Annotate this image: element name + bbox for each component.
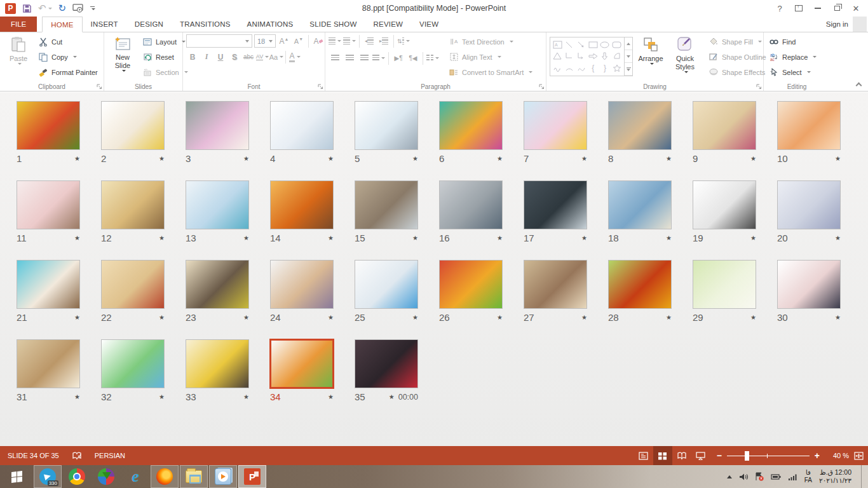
zoom-slider-thumb[interactable] (745, 451, 749, 461)
shape-triangle-icon[interactable] (552, 50, 564, 62)
close-button[interactable]: ✕ (848, 2, 864, 15)
slide-thumbnail-5[interactable] (355, 101, 418, 150)
transition-star-icon[interactable]: ★ (159, 155, 165, 162)
zoom-in-button[interactable]: + (815, 451, 820, 461)
transition-star-icon[interactable]: ★ (328, 155, 334, 162)
transition-star-icon[interactable]: ★ (159, 234, 165, 241)
convert-to-smartart-button[interactable]: Convert to SmartArt (447, 65, 534, 79)
slide-thumbnail-18[interactable] (608, 180, 672, 229)
decrease-font-size-button[interactable]: A▼ (292, 34, 305, 48)
slide-thumbnail-23[interactable] (186, 260, 249, 309)
shape-right-arrow-icon[interactable] (587, 50, 599, 62)
slide-thumbnail-4[interactable] (270, 101, 334, 150)
transition-star-icon[interactable]: ★ (666, 314, 672, 321)
shape-arrow-icon[interactable] (575, 39, 587, 50)
tab-slideshow[interactable]: SLIDE SHOW (301, 17, 365, 32)
transition-star-icon[interactable]: ★ (328, 393, 334, 400)
transition-star-icon[interactable]: ★ (74, 393, 80, 400)
transition-star-icon[interactable]: ★ (750, 314, 756, 321)
transition-star-icon[interactable]: ★ (581, 314, 587, 321)
taskbar-firefox-button[interactable] (151, 465, 179, 488)
character-spacing-button[interactable]: AV (256, 50, 269, 64)
slide-thumbnail-17[interactable] (524, 180, 587, 229)
shape-star-icon[interactable] (611, 62, 623, 74)
save-button[interactable] (22, 4, 32, 13)
shape-left-brace-icon[interactable]: { (587, 62, 599, 74)
underline-button[interactable]: U (214, 50, 227, 64)
slide-thumbnail-25[interactable] (355, 260, 418, 309)
paragraph-dialog-launcher[interactable] (539, 84, 545, 90)
justify-button[interactable] (372, 51, 385, 65)
shape-elbow-icon[interactable] (564, 50, 576, 62)
fit-slide-to-window-button[interactable] (849, 446, 868, 465)
text-direction-button[interactable]: A Text Direction (447, 34, 534, 49)
slide-thumbnail-11[interactable] (17, 180, 80, 229)
find-button[interactable]: Find (767, 34, 818, 49)
taskbar-idm-button[interactable] (92, 465, 120, 488)
transition-star-icon[interactable]: ★ (497, 155, 503, 162)
change-case-button[interactable]: Aa (270, 50, 283, 64)
slide-thumbnail-14[interactable] (270, 180, 334, 229)
collapse-ribbon-button[interactable] (854, 82, 863, 88)
slide-show-button[interactable] (691, 446, 710, 465)
transition-star-icon[interactable]: ★ (750, 155, 756, 162)
slide-thumbnail-12[interactable] (101, 180, 165, 229)
transition-star-icon[interactable]: ★ (328, 234, 334, 241)
slide-thumbnail-21[interactable] (17, 260, 80, 309)
shapes-gallery-scrollbar[interactable] (625, 37, 633, 76)
redo-button[interactable]: ↻ (58, 3, 67, 14)
tab-design[interactable]: DESIGN (126, 17, 172, 32)
quick-styles-button[interactable]: Quick Styles (668, 34, 702, 81)
action-center-icon[interactable] (755, 472, 764, 481)
select-button[interactable]: Select (767, 65, 818, 79)
shape-ellipse-icon[interactable] (599, 39, 611, 50)
slide-thumbnail-1[interactable] (17, 101, 80, 150)
transition-star-icon[interactable]: ★ (497, 314, 503, 321)
drawing-dialog-launcher[interactable] (756, 84, 762, 90)
slide-thumbnail-6[interactable] (439, 101, 503, 150)
shape-elbow-arrow-icon[interactable] (575, 50, 587, 62)
taskbar-kmplayer-button[interactable] (209, 465, 237, 488)
help-button[interactable]: ? (771, 2, 788, 15)
font-size-combo[interactable]: 18 (254, 34, 276, 48)
shape-down-arrow-icon[interactable] (599, 50, 611, 62)
font-name-combo[interactable] (186, 34, 252, 48)
slide-sorter-canvas[interactable]: 1 ★ 2 ★ 3 ★ 4 ★ (0, 92, 868, 446)
copy-button[interactable]: Copy (36, 50, 100, 64)
shapes-gallery[interactable]: A { (550, 37, 625, 76)
increase-font-size-button[interactable]: A▲ (278, 34, 290, 48)
slide-thumbnail-29[interactable] (693, 260, 756, 309)
slide-thumbnail-20[interactable] (777, 180, 841, 229)
shape-line-icon[interactable] (564, 39, 576, 50)
customize-qat-button[interactable] (90, 6, 95, 10)
replace-button[interactable]: abac Replace (767, 50, 818, 64)
sign-in-area[interactable]: Sign in (826, 17, 868, 32)
slide-thumbnail-2[interactable] (101, 101, 165, 150)
transition-star-icon[interactable]: ★ (412, 155, 418, 162)
slide-thumbnail-31[interactable] (17, 339, 80, 388)
zoom-out-button[interactable]: − (717, 451, 722, 461)
taskbar-explorer-button[interactable] (180, 465, 208, 488)
shape-curve-icon[interactable] (575, 62, 587, 74)
align-left-button[interactable] (329, 51, 341, 65)
transition-star-icon[interactable]: ★ (666, 155, 672, 162)
transition-star-icon[interactable]: ★ (497, 234, 503, 241)
transition-star-icon[interactable]: ★ (581, 155, 587, 162)
slide-thumbnail-24[interactable] (270, 260, 334, 309)
shape-pie-icon[interactable] (611, 50, 623, 62)
tab-view[interactable]: VIEW (411, 17, 447, 32)
transition-star-icon[interactable]: ★ (243, 393, 249, 400)
shapes-scroll-up[interactable] (625, 37, 632, 50)
font-dialog-launcher[interactable] (318, 84, 323, 90)
italic-button[interactable]: I (200, 50, 213, 64)
slide-sorter-view-button[interactable] (653, 446, 672, 465)
slide-thumbnail-26[interactable] (439, 260, 503, 309)
shape-arc-icon[interactable] (564, 62, 576, 74)
transition-star-icon[interactable]: ★ (835, 314, 841, 321)
show-hidden-icons-button[interactable] (727, 475, 732, 478)
slide-thumbnail-22[interactable] (101, 260, 165, 309)
tab-review[interactable]: REVIEW (365, 17, 412, 32)
numbering-button[interactable] (343, 34, 356, 48)
shape-scribble-icon[interactable] (552, 62, 564, 74)
tab-insert[interactable]: INSERT (83, 17, 126, 32)
